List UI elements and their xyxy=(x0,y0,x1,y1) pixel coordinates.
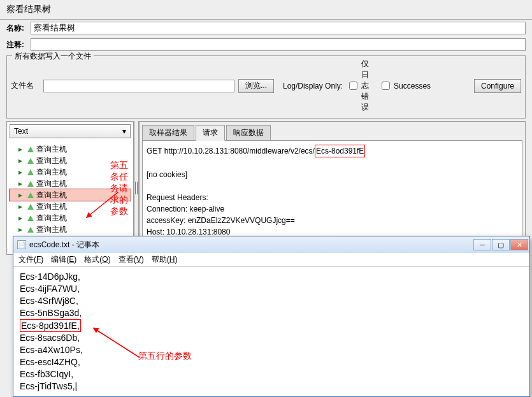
tree-item[interactable]: ▸查询主机 xyxy=(10,178,131,189)
panel-title: 察看结果树 xyxy=(0,0,532,20)
request-line: GET http://10.10.28.131:8080/middleware/… xyxy=(147,147,315,155)
tree-item-label: 查询主机 xyxy=(36,190,67,201)
no-cookies: [no cookies] xyxy=(147,169,518,180)
menu-format[interactable]: 格式(O) xyxy=(84,254,110,255)
success-icon xyxy=(27,204,34,210)
pane-divider[interactable] xyxy=(134,121,139,255)
errors-only-checkbox-input[interactable] xyxy=(349,82,357,90)
expand-icon: ▸ xyxy=(18,213,26,222)
success-icon xyxy=(27,147,34,152)
notepad-icon: 📄 xyxy=(17,240,26,249)
menu-edit[interactable]: 编辑(E) xyxy=(51,254,76,255)
tree-item-label: 查询主机 xyxy=(36,167,67,178)
expand-icon: ▸ xyxy=(18,156,26,165)
notepad-title: ecsCode.txt - 记事本 xyxy=(29,240,99,250)
notepad-window[interactable]: 📄 ecsCode.txt - 记事本 ─ ▢ ✕ 文件(F) 编辑(E) 格式… xyxy=(13,236,530,255)
request-header-line: Connection: keep-alive xyxy=(147,203,518,215)
file-section-legend: 所有数据写入一个文件 xyxy=(12,51,94,62)
tab-sampler-result[interactable]: 取样器结果 xyxy=(142,125,194,141)
successes-checkbox[interactable]: Successes xyxy=(379,80,408,92)
filename-input[interactable] xyxy=(43,80,234,92)
tree-item-label: 查询主机 xyxy=(36,144,67,155)
request-headers-title: Request Headers: xyxy=(147,192,518,203)
window-close-button[interactable]: ✕ xyxy=(510,239,528,250)
tree-item[interactable]: ▸查询主机 xyxy=(10,224,131,235)
expand-icon: ▸ xyxy=(18,191,26,199)
name-input[interactable] xyxy=(31,22,526,34)
tree-item-label: 查询主机 xyxy=(36,178,67,189)
menu-view[interactable]: 查看(V) xyxy=(119,254,144,255)
log-display-only-label: Log/Display Only: xyxy=(283,82,343,90)
tab-response-data[interactable]: 响应数据 xyxy=(226,125,271,141)
tree-item-label: 查询主机 xyxy=(36,224,67,235)
errors-only-checkbox[interactable]: 仅日志错误 xyxy=(347,59,375,113)
comment-input[interactable] xyxy=(31,38,526,51)
expand-icon: ▸ xyxy=(18,168,26,177)
success-icon xyxy=(27,158,34,164)
menu-help[interactable]: 帮助(H) xyxy=(152,254,178,255)
window-minimize-button[interactable]: ─ xyxy=(473,239,491,250)
window-maximize-button[interactable]: ▢ xyxy=(492,239,510,250)
request-param-highlight: Ecs-8od391fE xyxy=(315,145,365,157)
success-icon xyxy=(27,215,34,221)
successes-checkbox-input[interactable] xyxy=(382,82,390,90)
expand-icon: ▸ xyxy=(18,225,26,234)
name-label: 名称: xyxy=(6,23,31,34)
expand-icon: ▸ xyxy=(18,179,26,188)
chevron-down-icon: ▾ xyxy=(122,127,126,136)
tree-item[interactable]: ▸查询主机 xyxy=(10,189,131,201)
tab-request[interactable]: 请求 xyxy=(196,125,225,141)
request-header-line: accessKey: enZDaElzZ2VKeVVQUGJjcg== xyxy=(147,215,518,226)
tree-item[interactable]: ▸查询主机 xyxy=(10,143,131,155)
browse-button[interactable]: 浏览... xyxy=(238,79,274,93)
tree-item[interactable]: ▸查询主机 xyxy=(10,201,131,212)
success-icon xyxy=(27,227,34,233)
tree-item-label: 查询主机 xyxy=(36,201,67,212)
success-icon xyxy=(27,181,34,187)
file-label: 文件名 xyxy=(11,80,40,91)
tree-item[interactable]: ▸查询主机 xyxy=(10,212,131,224)
view-mode-dropdown[interactable]: Text ▾ xyxy=(10,124,131,138)
tree-item-label: 查询主机 xyxy=(36,213,67,224)
comment-label: 注释: xyxy=(6,40,31,50)
configure-button[interactable]: Configure xyxy=(474,79,521,93)
notepad-menubar[interactable]: 文件(F) 编辑(E) 格式(O) 查看(V) 帮助(H) xyxy=(13,253,529,255)
menu-file[interactable]: 文件(F) xyxy=(18,254,43,255)
tree-item-label: 查询主机 xyxy=(36,155,67,166)
success-icon xyxy=(27,192,34,198)
tree-item[interactable]: ▸查询主机 xyxy=(10,166,131,178)
tree-item[interactable]: ▸查询主机 xyxy=(10,155,131,166)
expand-icon: ▸ xyxy=(18,145,26,154)
success-icon xyxy=(27,170,34,175)
expand-icon: ▸ xyxy=(18,202,26,211)
notepad-titlebar[interactable]: 📄 ecsCode.txt - 记事本 ─ ▢ ✕ xyxy=(13,236,529,253)
